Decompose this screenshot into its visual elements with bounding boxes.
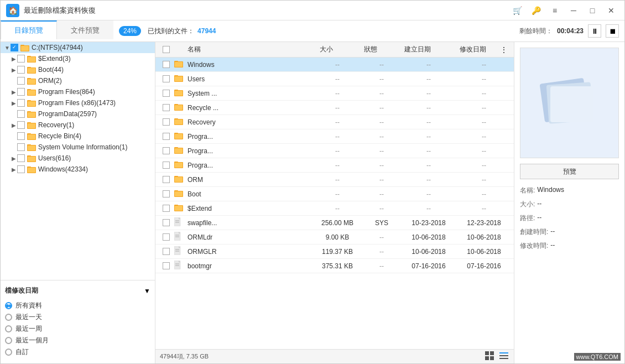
tree-item-recyclebin[interactable]: ▶ Recycle Bin(4)	[1, 131, 155, 142]
list-view-button[interactable]	[498, 350, 509, 363]
radio-week[interactable]: 最近一周	[5, 323, 150, 335]
radio-btn-all[interactable]	[5, 302, 12, 309]
item-checkbox[interactable]	[17, 110, 25, 118]
expand-arrow[interactable]: ▶	[11, 55, 17, 62]
grid-view-button[interactable]	[484, 350, 495, 363]
item-checkbox[interactable]	[17, 88, 25, 96]
item-checkbox[interactable]	[17, 77, 25, 85]
tree-item-programfiles[interactable]: ▶ Program Files(864)	[1, 86, 155, 97]
item-checkbox[interactable]	[17, 154, 25, 162]
row-checkbox[interactable]	[163, 190, 170, 197]
preview-button[interactable]: 預覽	[520, 164, 619, 179]
expand-arrow[interactable]: ▶	[11, 66, 17, 73]
table-row[interactable]: Boot -- -- -- --	[155, 187, 514, 201]
table-row[interactable]: Recycle ... -- -- -- --	[155, 101, 514, 115]
header-size[interactable]: 大小	[301, 45, 351, 54]
tree-item-programdata[interactable]: ▶ ProgramData(2597)	[1, 108, 155, 119]
tree-item-recovery[interactable]: ▶ Recovery(1)	[1, 119, 155, 131]
row-checkbox[interactable]	[163, 61, 170, 68]
item-checkbox[interactable]	[17, 121, 25, 129]
menu-button[interactable]: ≡	[547, 4, 562, 17]
expand-arrow[interactable]: ▶	[11, 89, 17, 95]
radio-month[interactable]: 最近一個月	[5, 335, 150, 346]
item-checkbox[interactable]	[17, 99, 25, 107]
table-row[interactable]: swapfile... 256.00 MB SYS 10-23-2018 12-…	[155, 216, 514, 230]
table-row[interactable]: $Extend -- -- -- --	[155, 201, 514, 216]
cell-size: --	[312, 176, 362, 184]
row-checkbox[interactable]	[163, 147, 170, 154]
radio-day[interactable]: 最近一天	[5, 311, 150, 323]
header-state[interactable]: 狀態	[351, 45, 390, 54]
file-icon	[174, 246, 182, 255]
tree-item-systemvol[interactable]: ▶ System Volume Information(1)	[1, 142, 155, 153]
tree-item-windows[interactable]: ▶ Windows(42334)	[1, 164, 155, 175]
item-checkbox[interactable]	[17, 132, 25, 140]
expand-root-arrow[interactable]: ▼	[4, 44, 11, 51]
table-row[interactable]: ORMGLR 119.37 KB -- 10-06-2018 10-06-201…	[155, 245, 514, 259]
root-checkbox[interactable]: ✓	[11, 44, 18, 51]
close-button[interactable]: ✕	[603, 4, 619, 17]
row-checkbox[interactable]	[163, 75, 170, 82]
row-checkbox[interactable]	[163, 90, 170, 97]
table-row[interactable]: System ... -- -- -- --	[155, 86, 514, 101]
cell-state: --	[362, 61, 401, 69]
table-row[interactable]: Windows -- -- -- --	[155, 58, 514, 72]
expand-arrow[interactable]: ▶	[11, 166, 17, 173]
maximize-button[interactable]: □	[585, 4, 600, 17]
table-row[interactable]: Progra... -- -- -- --	[155, 129, 514, 144]
radio-btn-week[interactable]	[5, 325, 12, 332]
tree-root[interactable]: ▼ ✓ C:(NTFS)(47944)	[1, 42, 155, 53]
row-checkbox[interactable]	[163, 262, 170, 269]
cart-button[interactable]: 🛒	[509, 4, 525, 17]
tree-item-orm[interactable]: ▶ ORM(2)	[1, 75, 155, 86]
tree-item-users[interactable]: ▶ Users(616)	[1, 153, 155, 164]
key-button[interactable]: 🔑	[528, 4, 544, 17]
header-modified[interactable]: 修改日期	[445, 45, 501, 54]
tree-item-extend[interactable]: ▶ $Extend(3)	[1, 53, 155, 64]
header-created[interactable]: 建立日期	[390, 45, 445, 54]
cell-name: Progra...	[185, 133, 312, 141]
radio-btn-month[interactable]	[5, 337, 12, 344]
expand-arrow[interactable]: ▶	[11, 100, 17, 106]
tab-file-preview[interactable]: 文件預覽	[57, 20, 113, 39]
item-checkbox[interactable]	[17, 55, 25, 63]
radio-btn-day[interactable]	[5, 314, 12, 321]
tab-dir-preview[interactable]: 目錄預覽	[1, 20, 57, 39]
row-checkbox[interactable]	[163, 248, 170, 255]
table-row[interactable]: ORM -- -- -- --	[155, 173, 514, 187]
timer-value: 00:04:23	[557, 27, 584, 35]
stop-button[interactable]: ⏹	[606, 24, 619, 38]
select-all-checkbox[interactable]	[163, 46, 170, 53]
row-checkbox[interactable]	[163, 205, 170, 212]
radio-custom[interactable]: 自訂	[5, 346, 150, 358]
row-checkbox[interactable]	[163, 176, 170, 183]
row-checkbox[interactable]	[163, 133, 170, 140]
expand-arrow[interactable]: ▶	[11, 122, 17, 128]
tree-item-boot[interactable]: ▶ Boot(44)	[1, 64, 155, 75]
info-modified-row: 修改時間: --	[520, 241, 619, 251]
pause-button[interactable]: ⏸	[588, 24, 601, 38]
row-checkbox[interactable]	[163, 118, 170, 126]
table-row[interactable]: ORMLdr 9.00 KB -- 10-06-2018 10-06-2018	[155, 230, 514, 245]
table-row[interactable]: Recovery -- -- -- --	[155, 115, 514, 129]
row-checkbox[interactable]	[163, 219, 170, 226]
item-checkbox[interactable]	[17, 165, 25, 173]
row-checkbox[interactable]	[163, 162, 170, 169]
item-checkbox[interactable]	[17, 66, 25, 74]
item-checkbox[interactable]	[17, 143, 25, 151]
header-more[interactable]: ⋮	[501, 46, 512, 54]
radio-all[interactable]: 所有資料	[5, 300, 150, 311]
filter-collapse-icon[interactable]: ▼	[144, 287, 150, 295]
expand-arrow[interactable]: ▶	[11, 155, 17, 162]
radio-btn-custom[interactable]	[5, 349, 12, 356]
tree-item-programfilesx86[interactable]: ▶ Program Files (x86)(1473)	[1, 97, 155, 108]
filter-header[interactable]: 檔修改日期 ▼	[5, 284, 150, 298]
row-checkbox[interactable]	[163, 233, 170, 241]
table-row[interactable]: bootmgr 375.31 KB -- 07-16-2016 07-16-20…	[155, 259, 514, 273]
minimize-button[interactable]: ─	[566, 4, 581, 17]
table-row[interactable]: Progra... -- -- -- --	[155, 158, 514, 173]
table-row[interactable]: Progra... -- -- -- --	[155, 144, 514, 158]
header-name[interactable]: 名稱	[185, 45, 301, 54]
table-row[interactable]: Users -- -- -- --	[155, 72, 514, 86]
row-checkbox[interactable]	[163, 104, 170, 111]
